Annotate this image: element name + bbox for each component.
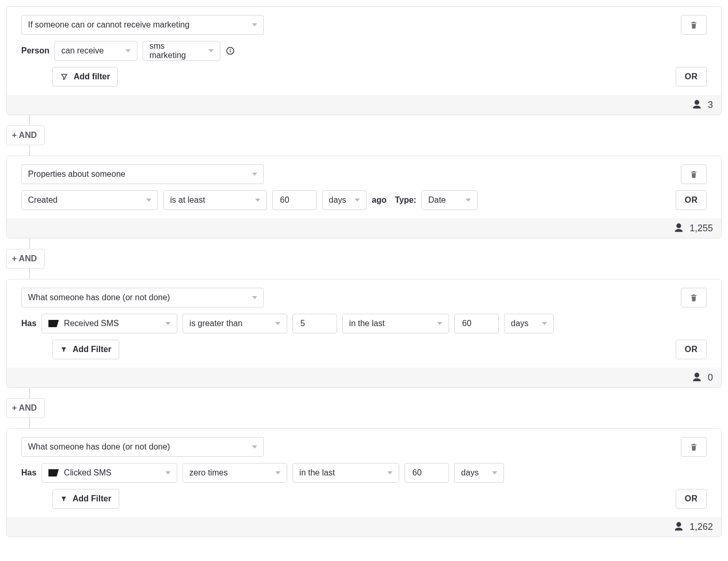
- block-body: What someone has done (or not done)HasCl…: [7, 429, 721, 517]
- definition-select[interactable]: If someone can or cannot receive marketi…: [21, 15, 264, 35]
- and-label: AND: [19, 254, 37, 263]
- select-value: days: [329, 195, 346, 205]
- definition-select[interactable]: Properties about someone: [21, 164, 264, 184]
- number-input[interactable]: [272, 190, 317, 210]
- select-value: days: [461, 468, 479, 478]
- select-value: zero times: [189, 468, 228, 478]
- consent-select[interactable]: sms marketing: [143, 41, 220, 61]
- event-row: HasClicked SMSzero timesin the lastdays: [21, 463, 707, 483]
- block-body: What someone has done (or not done)HasRe…: [7, 279, 721, 368]
- ago-label: ago: [372, 195, 386, 205]
- timerange-select[interactable]: in the last: [292, 463, 399, 483]
- klaviyo-icon: [48, 320, 59, 327]
- type-label: Type:: [395, 195, 416, 205]
- person-icon: [673, 521, 684, 532]
- chevron-down-icon: [255, 199, 260, 202]
- type-select[interactable]: Date: [422, 190, 478, 210]
- range-number-input-field[interactable]: [461, 314, 492, 333]
- filter-icon: [60, 495, 67, 502]
- operator-select[interactable]: zero times: [183, 463, 287, 483]
- add-filter-row: Add filterOR: [52, 67, 707, 87]
- select-value: Received SMS: [64, 319, 119, 328]
- and-button[interactable]: +AND: [6, 398, 45, 418]
- select-value: What someone has done (or not done): [28, 293, 170, 302]
- add-filter-row: Add FilterOR: [52, 340, 707, 359]
- filter-icon: [60, 346, 67, 353]
- event-row: HasReceived SMSis greater thanin the las…: [21, 314, 707, 333]
- block-top-row: What someone has done (or not done): [21, 437, 707, 457]
- event-select[interactable]: Clicked SMS: [41, 463, 177, 483]
- person-icon: [673, 222, 684, 234]
- chevron-down-icon: [252, 173, 257, 176]
- unit-select[interactable]: days: [322, 190, 367, 210]
- number-input-field[interactable]: [279, 191, 310, 209]
- delete-button[interactable]: [681, 288, 707, 307]
- and-button[interactable]: +AND: [6, 249, 45, 269]
- or-slot: OR: [676, 489, 707, 509]
- and-connector-group: +AND: [6, 239, 722, 279]
- block-top-row: Properties about someone: [21, 164, 707, 184]
- chevron-down-icon: [466, 199, 471, 202]
- chevron-down-icon: [387, 471, 393, 474]
- definition-select[interactable]: What someone has done (or not done): [21, 437, 264, 457]
- select-value: Clicked SMS: [64, 468, 111, 478]
- select-value: Properties about someone: [28, 170, 125, 179]
- range-number-input-field[interactable]: [411, 464, 442, 482]
- chevron-down-icon: [437, 322, 442, 325]
- range-number-input[interactable]: [454, 314, 499, 333]
- connector-line: [29, 239, 722, 249]
- and-connector-group: +AND: [6, 388, 722, 428]
- count-value: 0: [708, 372, 713, 383]
- range-number-input[interactable]: [404, 463, 449, 483]
- add-filter-button[interactable]: Add Filter: [52, 489, 119, 509]
- plus-icon: +: [12, 254, 17, 263]
- add-filter-button[interactable]: Add Filter: [52, 340, 119, 359]
- and-button[interactable]: +AND: [6, 125, 45, 145]
- select-value: What someone has done (or not done): [28, 442, 170, 452]
- chevron-down-icon: [146, 199, 151, 202]
- event-select[interactable]: Received SMS: [41, 314, 177, 333]
- block-top-row: If someone can or cannot receive marketi…: [21, 15, 707, 35]
- unit-select[interactable]: days: [504, 314, 554, 333]
- or-button[interactable]: OR: [676, 340, 707, 359]
- info-icon[interactable]: [226, 46, 235, 55]
- add-filter-button[interactable]: Add filter: [52, 67, 118, 87]
- block-count-footer: 1,255: [7, 218, 721, 238]
- select-value: sms marketing: [149, 41, 202, 60]
- count-value: 3: [708, 100, 713, 110]
- count-value: 1,262: [690, 522, 713, 532]
- operator-select[interactable]: is greater than: [183, 314, 287, 333]
- or-button[interactable]: OR: [676, 489, 707, 509]
- delete-button[interactable]: [681, 437, 707, 457]
- chevron-down-icon: [252, 445, 257, 448]
- person-label: Person: [21, 46, 49, 55]
- consent-select[interactable]: can receive: [54, 41, 137, 61]
- select-value: Date: [428, 195, 446, 205]
- plus-icon: +: [12, 131, 17, 140]
- filter-icon: [60, 73, 68, 81]
- trash-icon: [690, 170, 698, 178]
- chevron-down-icon: [275, 471, 281, 474]
- block-top-row: What someone has done (or not done): [21, 288, 707, 307]
- add-filter-row: Add FilterOR: [52, 489, 707, 509]
- operator-select[interactable]: is at least: [163, 190, 267, 210]
- chevron-down-icon: [542, 322, 547, 325]
- connector-line: [29, 418, 722, 428]
- property-row: Createdis at leastdaysagoType:DateOR: [21, 190, 707, 210]
- chevron-down-icon: [275, 322, 281, 325]
- unit-select[interactable]: days: [454, 463, 504, 483]
- property-select[interactable]: Created: [21, 190, 158, 210]
- delete-button[interactable]: [681, 164, 707, 184]
- or-slot: OR: [676, 67, 707, 87]
- add-filter-label: Add filter: [74, 72, 110, 81]
- delete-button[interactable]: [681, 15, 707, 35]
- count-input[interactable]: [292, 314, 337, 333]
- count-input-field[interactable]: [299, 314, 330, 333]
- select-value: is at least: [170, 195, 205, 205]
- definition-select[interactable]: What someone has done (or not done): [21, 288, 264, 307]
- or-button[interactable]: OR: [676, 67, 707, 87]
- timerange-select[interactable]: in the last: [342, 314, 449, 333]
- and-label: AND: [19, 131, 37, 140]
- or-button[interactable]: OR: [676, 190, 707, 210]
- add-filter-label: Add Filter: [73, 494, 111, 503]
